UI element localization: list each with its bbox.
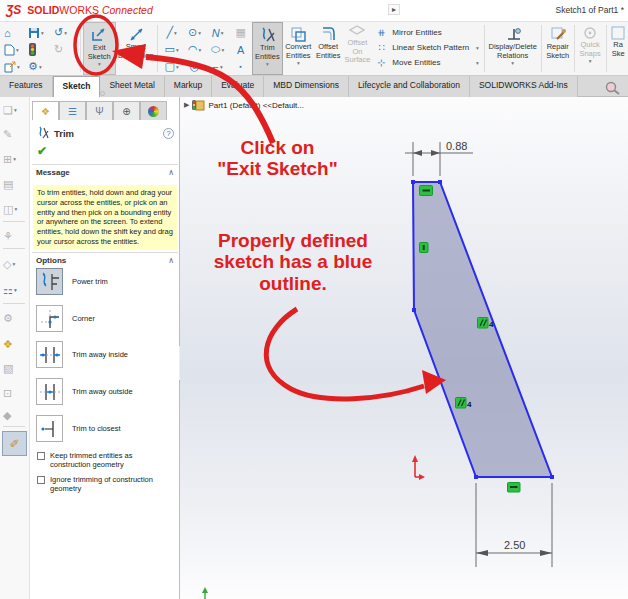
rapid-sketch-button[interactable]: Ra Ske	[608, 22, 628, 75]
tab-display-manager[interactable]	[140, 101, 167, 120]
redo-button[interactable]: ↻	[54, 41, 78, 58]
feature-tree-flyout[interactable]: ▶ Part1 (Default) <<Default...	[184, 99, 304, 111]
titlebar-flyout-button[interactable]: ▸	[388, 4, 400, 15]
quick-snaps-dropdown[interactable]: ▾	[589, 58, 592, 64]
strip-attach-button[interactable]: ✎	[3, 125, 27, 143]
option-trim-away-inside[interactable]: Trim away inside	[36, 341, 128, 368]
strip-box-button[interactable]: ⊡	[3, 384, 27, 402]
checkbox-keep-trimmed[interactable]: Keep trimmed entities as construction ge…	[37, 451, 170, 470]
ignore-construction-checkbox[interactable]	[37, 476, 45, 484]
dimxpert-icon: ⊕	[122, 106, 130, 117]
linear-pattern-dropdown[interactable]: ▾	[476, 45, 479, 51]
ribbon-separator	[484, 25, 485, 72]
home-button[interactable]: ⌂	[4, 24, 28, 41]
circle-tool-button[interactable]: ⊙▾	[183, 26, 206, 39]
undo-button[interactable]: ↺▾	[54, 24, 78, 41]
tab-lifecycle-collaboration[interactable]: Lifecycle and Collaboration	[349, 76, 470, 97]
annotation-click-line2: "Exit Sketch"	[205, 158, 350, 179]
strip-tool-button[interactable]: ⚘	[3, 227, 27, 245]
point-tool-button[interactable]: ▪	[229, 63, 252, 70]
arc-tool-button[interactable]: ◠▾	[183, 43, 206, 56]
offset-entities-button[interactable]: Offset Entities	[314, 22, 343, 75]
new-document-button[interactable]: ▾	[4, 41, 28, 58]
annotation-defined-line1: Properly defined	[198, 230, 388, 251]
tab-solidworks-addins[interactable]: SOLIDWORKS Add-Ins	[470, 76, 578, 97]
line-tool-button[interactable]: ╱▾	[160, 26, 183, 39]
fillet-tool-button[interactable]: ⌐▾	[206, 61, 229, 73]
option-trim-away-outside[interactable]: Trim away outside	[36, 378, 133, 405]
app-name-rest: WORKS	[59, 4, 99, 16]
convert-entities-button[interactable]: Convert Entities ▾	[283, 22, 314, 75]
graphics-viewport[interactable]: ▶ Part1 (Default) <<Default... Click on …	[180, 97, 628, 599]
exit-sketch-dropdown[interactable]: ▾	[98, 61, 101, 67]
strip-folder-button[interactable]: ◫▾	[3, 200, 27, 218]
strip-notebook-button[interactable]: ▤	[3, 175, 27, 193]
display-delete-dropdown[interactable]: ▾	[511, 60, 514, 66]
display-delete-relations-button[interactable]: Display/Delete Relations ▾	[486, 22, 538, 75]
expand-arrow-icon[interactable]: ▶	[184, 101, 189, 109]
title-bar: ƷS SOLIDWORKS Connected ▸ Sketch1 of Par…	[0, 0, 628, 22]
strip-shape-button[interactable]: ◆	[3, 406, 27, 424]
save-button[interactable]: ▾	[28, 24, 54, 41]
perimeter-circle-button[interactable]: ◎	[183, 60, 206, 73]
convert-entities-dropdown[interactable]: ▾	[297, 60, 300, 66]
tab-features[interactable]: Features	[0, 76, 53, 97]
linear-pattern-label: Linear Sketch Pattern	[392, 43, 469, 52]
strip-alert-button[interactable]: ❖	[3, 335, 27, 353]
search-magnifier-icon[interactable]	[604, 80, 624, 96]
panel-resize-grip[interactable]	[100, 91, 105, 96]
option-trim-to-closest[interactable]: Trim to closest	[36, 415, 120, 442]
message-section-header[interactable]: Message ∧	[32, 164, 178, 177]
strip-divider	[3, 248, 25, 249]
ellipse-tool-button[interactable]: ⬭▾	[206, 43, 229, 56]
trim-entities-button[interactable]: Trim Entities ▾	[252, 22, 283, 75]
strip-section-button[interactable]: ▧	[3, 359, 27, 377]
trim-to-closest-label: Trim to closest	[72, 424, 120, 433]
exit-sketch-button[interactable]: Exit Sketch ▾	[83, 22, 116, 75]
linear-sketch-pattern-button[interactable]: ∷ Linear Sketch Pattern ▾	[374, 40, 481, 55]
rectangle-tool-button[interactable]: ▭▾	[160, 43, 183, 56]
tab-dimxpert-manager[interactable]: ⊕	[113, 101, 140, 120]
smart-dimension-icon	[127, 25, 145, 43]
tab-feature-manager[interactable]: ☰	[59, 101, 86, 120]
smart-dimension-button[interactable]: Smart Dimension	[116, 22, 155, 75]
option-power-trim[interactable]: Power trim	[36, 268, 108, 295]
option-corner[interactable]: Corner	[36, 305, 95, 332]
share-button[interactable]: ▾	[4, 58, 28, 75]
quick-snaps-button[interactable]: Quick Snaps ▾	[577, 22, 604, 75]
strip-trim-active-button[interactable]: ✐	[2, 431, 27, 456]
checkbox-ignore-construction[interactable]: Ignore trimming of construction geometry	[37, 475, 170, 494]
mirror-entities-button[interactable]: ⧺ Mirror Entities	[374, 25, 481, 40]
slot-tool-button[interactable]: ▢▾	[160, 60, 183, 73]
strip-machine-button[interactable]: ⚏▾	[3, 281, 27, 299]
options-section-header[interactable]: Options ∧	[32, 252, 178, 265]
tab-evaluate[interactable]: Evaluate	[212, 76, 264, 97]
strip-gears-button[interactable]: ⚙	[3, 309, 27, 327]
strip-cube-button[interactable]: ◇▾	[3, 255, 27, 273]
mirror-entities-label: Mirror Entities	[392, 28, 441, 37]
trim-away-outside-icon	[36, 378, 63, 405]
trim-entities-dropdown[interactable]: ▾	[266, 61, 269, 67]
settings-gear-button[interactable]: ⚙▾	[28, 58, 54, 75]
sketch-plane-button[interactable]: ▦	[229, 26, 252, 39]
move-entities-button[interactable]: ⊹ Move Entities ▾	[374, 55, 481, 70]
tab-sheet-metal[interactable]: Sheet Metal	[100, 76, 164, 97]
ok-checkmark-button[interactable]: ✔	[37, 144, 47, 158]
offset-on-surface-button[interactable]: Offset On Surface	[343, 22, 373, 75]
tab-markup[interactable]: Markup	[165, 76, 212, 97]
spline-tool-button[interactable]: N▾	[206, 27, 229, 39]
solidworks-window: ƷS SOLIDWORKS Connected ▸ Sketch1 of Par…	[0, 0, 628, 599]
repair-sketch-button[interactable]: Repair Sketch	[544, 22, 572, 75]
help-button[interactable]: ?	[163, 128, 174, 139]
rebuild-traffic-light-button[interactable]	[28, 41, 54, 58]
strip-open-button[interactable]: ❏▾	[3, 101, 27, 119]
tab-sketch[interactable]: Sketch	[53, 76, 101, 97]
tab-property-manager[interactable]: ❖	[32, 101, 59, 120]
text-tool-button[interactable]: A	[229, 44, 252, 56]
keep-trimmed-checkbox[interactable]	[37, 452, 45, 460]
tab-mbd-dimensions[interactable]: MBD Dimensions	[264, 76, 349, 97]
message-header-label: Message	[36, 168, 70, 177]
move-entities-dropdown[interactable]: ▾	[476, 60, 479, 66]
strip-pattern-button[interactable]: ⊞▾	[3, 150, 27, 168]
tab-configuration-manager[interactable]: Ψ	[86, 101, 113, 120]
